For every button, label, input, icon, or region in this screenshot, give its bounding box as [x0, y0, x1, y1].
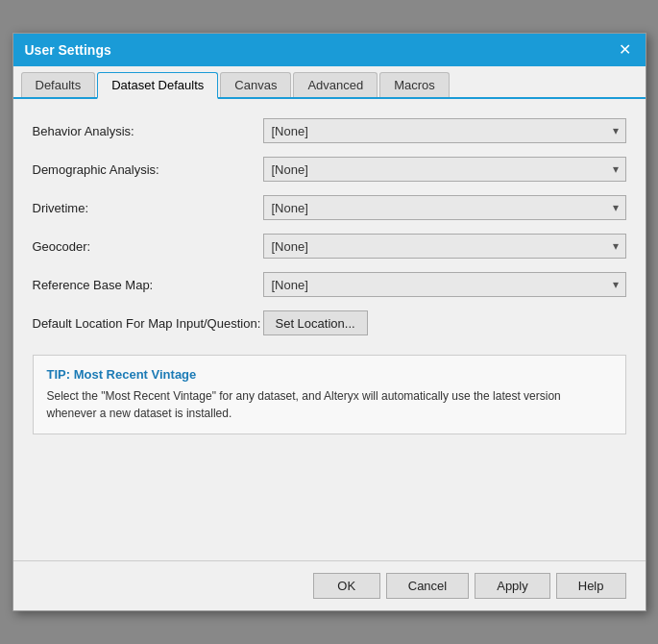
- default-location-control: Set Location...: [263, 310, 626, 335]
- reference-base-map-control: [None]: [263, 272, 626, 297]
- demographic-analysis-control: [None]: [263, 157, 626, 182]
- reference-base-map-label: Reference Base Map:: [33, 278, 263, 292]
- close-button[interactable]: ✕: [617, 41, 634, 59]
- tab-macros[interactable]: Macros: [379, 72, 450, 97]
- default-location-row: Default Location For Map Input/Question:…: [33, 310, 626, 335]
- drivetime-label: Drivetime:: [33, 201, 263, 215]
- default-location-label: Default Location For Map Input/Question:: [33, 316, 263, 331]
- set-location-button[interactable]: Set Location...: [263, 310, 368, 335]
- tip-box: TIP: Most Recent Vintage Select the "Mos…: [33, 355, 626, 434]
- behavior-analysis-label: Behavior Analysis:: [33, 124, 263, 138]
- footer: OK Cancel Apply Help: [13, 560, 646, 610]
- reference-base-map-dropdown[interactable]: [None]: [263, 272, 626, 297]
- demographic-analysis-row: Demographic Analysis: [None]: [33, 157, 626, 182]
- demographic-analysis-label: Demographic Analysis:: [33, 162, 263, 177]
- demographic-analysis-dropdown-wrapper: [None]: [263, 157, 626, 182]
- help-button[interactable]: Help: [556, 573, 626, 599]
- user-settings-dialog: User Settings ✕ Defaults Dataset Default…: [12, 33, 646, 611]
- tab-defaults[interactable]: Defaults: [21, 72, 96, 97]
- tab-bar: Defaults Dataset Defaults Canvas Advance…: [13, 66, 646, 99]
- geocoder-row: Geocoder: [None]: [33, 234, 626, 259]
- geocoder-control: [None]: [263, 234, 626, 259]
- drivetime-control: [None]: [263, 195, 626, 220]
- tab-canvas[interactable]: Canvas: [220, 72, 291, 97]
- behavior-analysis-dropdown-wrapper: [None]: [263, 118, 626, 143]
- drivetime-dropdown-wrapper: [None]: [263, 195, 626, 220]
- dialog-title: User Settings: [25, 42, 111, 58]
- behavior-analysis-dropdown[interactable]: [None]: [263, 118, 626, 143]
- geocoder-label: Geocoder:: [33, 239, 263, 254]
- geocoder-dropdown[interactable]: [None]: [263, 234, 626, 259]
- ok-button[interactable]: OK: [313, 573, 380, 599]
- reference-base-map-row: Reference Base Map: [None]: [33, 272, 626, 297]
- title-bar: User Settings ✕: [13, 34, 646, 66]
- behavior-analysis-control: [None]: [263, 118, 626, 143]
- tip-title: TIP: Most Recent Vintage: [47, 367, 612, 382]
- apply-button[interactable]: Apply: [475, 573, 550, 599]
- drivetime-row: Drivetime: [None]: [33, 195, 626, 220]
- tab-advanced[interactable]: Advanced: [293, 72, 378, 97]
- tab-dataset-defaults[interactable]: Dataset Defaults: [97, 72, 218, 99]
- demographic-analysis-dropdown[interactable]: [None]: [263, 157, 626, 182]
- geocoder-dropdown-wrapper: [None]: [263, 234, 626, 259]
- drivetime-dropdown[interactable]: [None]: [263, 195, 626, 220]
- reference-base-map-dropdown-wrapper: [None]: [263, 272, 626, 297]
- cancel-button[interactable]: Cancel: [386, 573, 469, 599]
- tip-text: Select the "Most Recent Vintage" for any…: [47, 387, 612, 422]
- tab-content: Behavior Analysis: [None] Demographic An…: [13, 99, 646, 560]
- behavior-analysis-row: Behavior Analysis: [None]: [33, 118, 626, 143]
